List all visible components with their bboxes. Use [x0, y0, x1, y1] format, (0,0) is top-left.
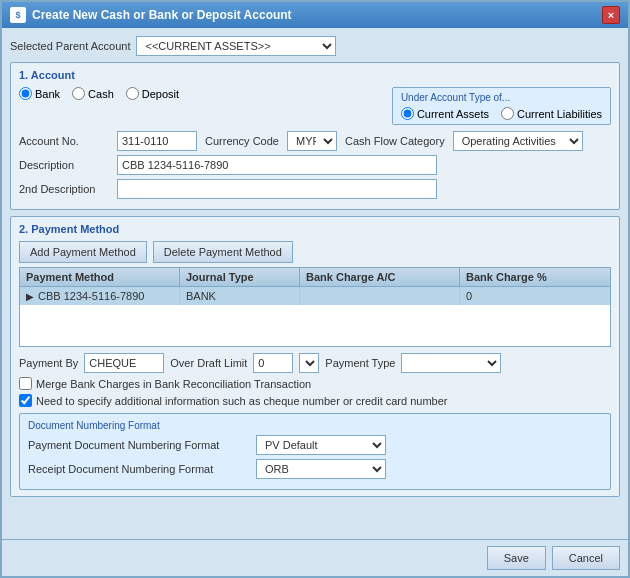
title-bar: $ Create New Cash or Bank or Deposit Acc… — [2, 2, 628, 28]
overdraft-spinner[interactable] — [299, 353, 319, 373]
currency-code-label: Currency Code — [205, 135, 279, 147]
merge-label: Merge Bank Charges in Bank Reconciliatio… — [36, 378, 311, 390]
section-payment-title: 2. Payment Method — [19, 223, 611, 235]
section-account: 1. Account Bank Cash Deposit — [10, 62, 620, 210]
description-label: Description — [19, 159, 109, 171]
payment-by-input[interactable] — [84, 353, 164, 373]
cancel-button[interactable]: Cancel — [552, 546, 620, 570]
col-journal-type: Journal Type — [180, 268, 300, 286]
second-description-label: 2nd Description — [19, 183, 109, 195]
cell-bank-charge-pct: 0 — [460, 287, 580, 305]
row-arrow: ▶ — [26, 291, 34, 302]
doc-numbering-title: Document Numbering Format — [28, 420, 602, 431]
cash-flow-select[interactable]: Operating Activities — [453, 131, 583, 151]
table-header: Payment Method Journal Type Bank Charge … — [20, 268, 610, 287]
under-account-box: Under Account Type of... Current Assets … — [392, 87, 611, 125]
col-bank-charge-pct: Bank Charge % — [460, 268, 580, 286]
description-row: Description — [19, 155, 611, 175]
delete-payment-method-button[interactable]: Delete Payment Method — [153, 241, 293, 263]
radio-deposit[interactable]: Deposit — [126, 87, 179, 100]
parent-account-row: Selected Parent Account <<CURRENT ASSETS… — [10, 36, 620, 56]
need-specify-label: Need to specify additional information s… — [36, 395, 448, 407]
under-account-radio-group: Current Assets Current Liabilities — [401, 107, 602, 120]
payment-doc-label: Payment Document Numbering Format — [28, 439, 248, 451]
payment-type-select[interactable] — [401, 353, 501, 373]
content-area: Selected Parent Account <<CURRENT ASSETS… — [2, 28, 628, 539]
cash-flow-label: Cash Flow Category — [345, 135, 445, 147]
need-specify-checkbox-row: Need to specify additional information s… — [19, 394, 611, 407]
save-button[interactable]: Save — [487, 546, 546, 570]
merge-checkbox[interactable] — [19, 377, 32, 390]
radio-current-assets[interactable]: Current Assets — [401, 107, 489, 120]
col-payment-method: Payment Method — [20, 268, 180, 286]
payment-table: Payment Method Journal Type Bank Charge … — [19, 267, 611, 347]
add-payment-method-button[interactable]: Add Payment Method — [19, 241, 147, 263]
footer: Save Cancel — [2, 539, 628, 576]
parent-account-select[interactable]: <<CURRENT ASSETS>> — [136, 36, 336, 56]
account-no-label: Account No. — [19, 135, 109, 147]
payment-doc-select[interactable]: PV Default — [256, 435, 386, 455]
section-payment: 2. Payment Method Add Payment Method Del… — [10, 216, 620, 497]
currency-code-select[interactable]: MYR — [287, 131, 337, 151]
doc-numbering-box: Document Numbering Format Payment Docume… — [19, 413, 611, 490]
receipt-doc-label: Receipt Document Numbering Format — [28, 463, 248, 475]
under-account-title: Under Account Type of... — [401, 92, 602, 103]
payment-doc-row: Payment Document Numbering Format PV Def… — [28, 435, 602, 455]
overdraft-label: Over Draft Limit — [170, 357, 247, 369]
radio-cash[interactable]: Cash — [72, 87, 114, 100]
parent-account-label: Selected Parent Account — [10, 40, 130, 52]
need-specify-checkbox[interactable] — [19, 394, 32, 407]
overdraft-input[interactable] — [253, 353, 293, 373]
second-description-input[interactable] — [117, 179, 437, 199]
second-description-row: 2nd Description — [19, 179, 611, 199]
table-row[interactable]: ▶ CBB 1234-5116-7890 BANK 0 — [20, 287, 610, 305]
close-button[interactable]: × — [602, 6, 620, 24]
window-icon: $ — [10, 7, 26, 23]
radio-bank[interactable]: Bank — [19, 87, 60, 100]
section-account-title: 1. Account — [19, 69, 611, 81]
account-type-group: Bank Cash Deposit — [19, 87, 179, 100]
payment-detail-row: Payment By Over Draft Limit Payment Type — [19, 353, 611, 373]
payment-by-label: Payment By — [19, 357, 78, 369]
window-title: Create New Cash or Bank or Deposit Accou… — [32, 8, 292, 22]
payment-type-label: Payment Type — [325, 357, 395, 369]
payment-buttons: Add Payment Method Delete Payment Method — [19, 241, 611, 263]
cell-payment-method: ▶ CBB 1234-5116-7890 — [20, 287, 180, 305]
main-window: $ Create New Cash or Bank or Deposit Acc… — [0, 0, 630, 578]
radio-current-liabilities[interactable]: Current Liabilities — [501, 107, 602, 120]
account-no-input[interactable] — [117, 131, 197, 151]
description-input[interactable] — [117, 155, 437, 175]
account-no-row: Account No. Currency Code MYR Cash Flow … — [19, 131, 611, 151]
col-bank-charge-ac: Bank Charge A/C — [300, 268, 460, 286]
receipt-doc-row: Receipt Document Numbering Format ORB — [28, 459, 602, 479]
cell-bank-charge-ac — [300, 287, 460, 305]
merge-checkbox-row: Merge Bank Charges in Bank Reconciliatio… — [19, 377, 611, 390]
receipt-doc-select[interactable]: ORB — [256, 459, 386, 479]
cell-journal-type: BANK — [180, 287, 300, 305]
